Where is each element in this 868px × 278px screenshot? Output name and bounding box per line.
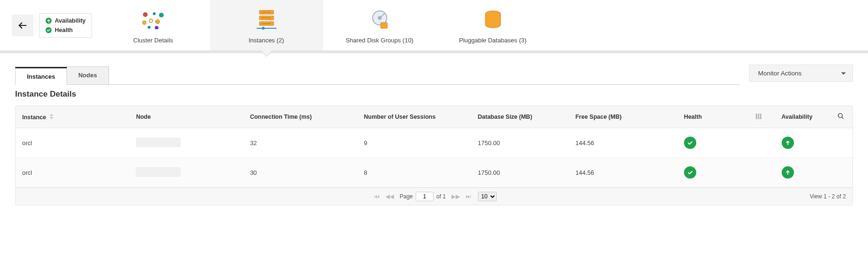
back-area: Availability Health — [0, 0, 97, 50]
tabs: Instances Nodes — [15, 66, 740, 85]
pager-next-button[interactable]: ▶▶ — [449, 193, 463, 200]
svg-point-3 — [143, 12, 148, 17]
cell-instance: orcl — [16, 128, 129, 158]
instances-icon — [255, 9, 278, 30]
top-nav: Availability Health Cluster Details — [0, 0, 868, 53]
cell-db-size: 1750.00 — [471, 128, 569, 158]
status-availability: Availability — [45, 17, 86, 24]
col-node[interactable]: Node — [129, 106, 243, 128]
svg-rect-23 — [756, 114, 757, 119]
tab-instances[interactable]: Instances — [15, 67, 67, 85]
availability-up-icon — [782, 137, 794, 149]
cell-node — [129, 128, 243, 158]
arrow-left-icon — [17, 20, 28, 31]
status-legend: Availability Health — [39, 13, 92, 38]
cell-free-space: 144.56 — [569, 128, 677, 158]
svg-point-10 — [155, 26, 159, 29]
col-db-size[interactable]: Database Size (MB) — [471, 106, 569, 128]
table-row[interactable]: orcl 30 8 1750.00 144.56 — [16, 158, 852, 188]
nav-pluggable-databases[interactable]: Pluggable Databases (3) — [436, 0, 550, 50]
cluster-icon — [141, 10, 166, 29]
availability-up-icon — [782, 166, 794, 179]
cell-db-size: 1750.00 — [471, 158, 569, 188]
nav-instances-label: Instances (2) — [215, 37, 318, 44]
monitor-actions-dropdown[interactable]: Monitor Actions — [749, 65, 853, 82]
svg-rect-21 — [381, 23, 387, 28]
col-search[interactable] — [829, 106, 852, 128]
svg-point-8 — [155, 20, 159, 24]
pager-size-select[interactable]: 10 — [478, 192, 497, 201]
sort-icon — [50, 114, 53, 120]
col-user-sessions[interactable]: Number of User Sessions — [357, 106, 471, 128]
section-title: Instance Details — [0, 85, 868, 106]
svg-rect-25 — [760, 114, 761, 119]
health-ok-icon — [684, 166, 696, 179]
nav-instances[interactable]: Instances (2) — [210, 0, 323, 50]
node-chip — [136, 167, 181, 177]
status-health: Health — [45, 27, 86, 33]
pager-last-button[interactable]: ⏭ — [463, 193, 474, 200]
nav-cluster-details[interactable]: Cluster Details — [97, 0, 210, 50]
cell-node — [129, 158, 243, 188]
database-icon — [484, 10, 502, 30]
pager-of-label: of 1 — [436, 193, 446, 200]
disk-icon — [369, 9, 390, 30]
subheader: Instances Nodes Monitor Actions — [0, 53, 868, 85]
check-circle-icon — [45, 27, 52, 33]
cell-connection-time: 30 — [243, 158, 357, 188]
pager-prev-button[interactable]: ◀◀ — [383, 193, 397, 200]
svg-line-27 — [842, 117, 843, 119]
cell-connection-time: 32 — [243, 128, 357, 158]
status-availability-label: Availability — [55, 17, 86, 24]
columns-icon[interactable] — [756, 114, 761, 119]
tab-nodes[interactable]: Nodes — [67, 66, 109, 84]
pager-page-label: Page — [400, 193, 413, 200]
cell-instance: orcl — [16, 158, 129, 188]
svg-point-6 — [142, 21, 146, 25]
pager: ⏮ ◀◀ Page of 1 ▶▶ ⏭ 10 View 1 - 2 of 2 — [16, 188, 852, 205]
svg-point-26 — [838, 114, 843, 118]
svg-rect-24 — [758, 114, 760, 119]
back-button[interactable] — [12, 15, 33, 36]
monitor-actions-label: Monitor Actions — [758, 70, 801, 77]
cell-user-sessions: 9 — [357, 128, 471, 158]
instance-table: Instance Node Connection Time (ms) Numbe… — [15, 106, 853, 205]
nav-shared-disk-groups-label: Shared Disk Groups (10) — [328, 37, 432, 44]
svg-point-18 — [262, 27, 265, 30]
health-ok-icon — [684, 137, 696, 149]
cell-health — [677, 128, 743, 158]
pager-summary: View 1 - 2 of 2 — [810, 193, 846, 200]
col-instance[interactable]: Instance — [16, 106, 129, 128]
node-chip — [136, 138, 181, 147]
arrow-up-circle-icon — [45, 17, 52, 24]
table-header-row: Instance Node Connection Time (ms) Numbe… — [16, 106, 852, 128]
search-icon — [837, 113, 844, 120]
nav-pluggable-databases-label: Pluggable Databases (3) — [441, 37, 545, 44]
pager-first-button[interactable]: ⏮ — [371, 193, 383, 200]
col-health-gap — [743, 106, 775, 128]
col-free-space[interactable]: Free Space (MB) — [569, 106, 677, 128]
nav-shared-disk-groups[interactable]: Shared Disk Groups (10) — [323, 0, 436, 50]
col-connection-time[interactable]: Connection Time (ms) — [243, 106, 357, 128]
cell-availability — [775, 158, 829, 188]
cell-free-space: 144.56 — [569, 158, 677, 188]
col-availability[interactable]: Availability — [775, 106, 829, 128]
cell-availability — [775, 128, 829, 158]
svg-point-5 — [159, 13, 164, 17]
col-instance-label: Instance — [22, 114, 46, 121]
svg-point-9 — [148, 26, 150, 29]
table-row[interactable]: orcl 32 9 1750.00 144.56 — [16, 128, 852, 158]
svg-point-4 — [153, 12, 156, 15]
cell-user-sessions: 8 — [357, 158, 471, 188]
status-health-label: Health — [55, 27, 73, 33]
col-health[interactable]: Health — [677, 106, 743, 128]
nav-cluster-details-label: Cluster Details — [101, 37, 205, 44]
nav-pointer-icon — [260, 50, 273, 57]
cell-health — [677, 158, 743, 188]
svg-point-7 — [149, 19, 152, 23]
pager-page-input[interactable] — [416, 192, 434, 201]
